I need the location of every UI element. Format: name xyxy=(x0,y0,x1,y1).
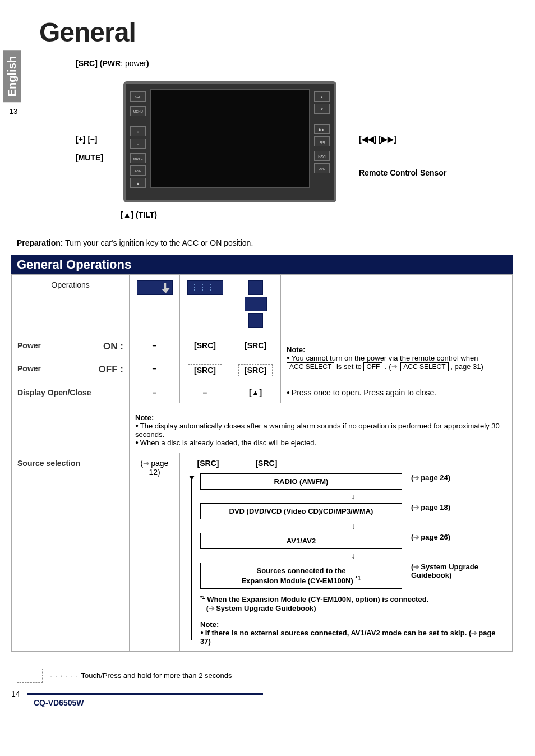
tilt-label: [▲] (TILT) xyxy=(121,210,157,219)
display-note-1: The display automatically closes after a… xyxy=(135,422,506,439)
flow-arrow-icon: ↓ xyxy=(200,492,506,501)
source-c3: [SRC] xyxy=(244,459,289,468)
page-title: General xyxy=(39,17,513,48)
model-number: CQ-VD6505W xyxy=(34,698,84,707)
row-display-note: Note: The display automatically closes a… xyxy=(12,403,513,453)
device-btn-src: SRC xyxy=(130,91,146,102)
flow-dvd: DVD (DVD/VCD (Video CD)/CD/MP3/WMA) xyxy=(200,503,402,519)
flow-radio-ref: (page 24) xyxy=(411,473,506,482)
device-btn-tilt: ▲ xyxy=(130,178,146,188)
footer-rule xyxy=(27,693,263,695)
power-on-c1: – xyxy=(130,335,180,358)
row-source: Source selection (page 12) [SRC] [SRC] R… xyxy=(12,453,513,652)
power-on-sub: ON : xyxy=(103,341,123,352)
flow-footnote: *1 When the Expansion Module (CY-EM100N,… xyxy=(200,594,506,612)
display-c1: – xyxy=(130,382,180,403)
flow-av: AV1/AV2 xyxy=(200,533,402,549)
device-btn-prev: ◀◀ xyxy=(314,136,330,146)
power-off-sub: OFF : xyxy=(99,364,123,375)
power-note-bullet: You cannot turn on the power via the rem… xyxy=(287,354,506,371)
device-screen xyxy=(150,89,310,188)
col-touch-icon xyxy=(130,275,180,335)
flow-expansion-ref: (System UpgradeGuidebook) xyxy=(411,563,506,579)
row-display: Display Open/Close – – [▲] Press once to… xyxy=(12,382,513,403)
flow-skip-note: Note: If there is no external sources co… xyxy=(200,620,506,646)
device-btn-asp: ASP xyxy=(130,165,146,176)
section-header: General Operations xyxy=(11,255,513,274)
flow-av-ref: (page 26) xyxy=(411,533,506,541)
flow-expansion: Sources connected to the Expansion Modul… xyxy=(200,563,402,589)
remote-icon xyxy=(187,280,223,295)
device-illustration: SRC MENU + – MUTE ASP ▲ ▲ ▼ ▶▶ ◀◀ NAVI D… xyxy=(123,81,336,202)
device-btn-album-up: ▲ xyxy=(314,91,330,102)
prev-next-label: [◀◀] [▶▶] xyxy=(359,135,396,144)
side-page-ref: 13 xyxy=(7,107,20,116)
power-off-c2: [SRC] xyxy=(180,358,230,382)
key-acc-select-1: ACC SELECT xyxy=(287,362,334,371)
power-note-label: Note: xyxy=(287,345,305,354)
device-btn-vol-dn: – xyxy=(130,139,146,149)
power-off-c1: – xyxy=(130,358,180,382)
mute-label: [MUTE] xyxy=(76,153,103,162)
arrow-icon xyxy=(391,362,399,371)
language-tab: English 13 xyxy=(3,50,24,107)
flow-dvd-ref: (page 18) xyxy=(411,503,506,511)
preparation-text: Turn your car's ignition key to the ACC … xyxy=(63,238,253,247)
legend-text: Touch/Press and hold for more than 2 sec… xyxy=(81,671,232,680)
page-footer: 14 CQ-VD6505W xyxy=(11,689,513,707)
flow-radio: RADIO (AM/FM) xyxy=(200,473,402,490)
vol-buttons-label: [+] [–] xyxy=(76,135,98,144)
hold-legend: Touch/Press and hold for more than 2 sec… xyxy=(17,669,513,683)
device-btn-dvd: DVD xyxy=(314,163,330,173)
dashed-box-icon xyxy=(17,669,43,683)
flow-arrow-icon: ↓ xyxy=(200,551,506,560)
device-btn-vol-up: + xyxy=(130,126,146,136)
power-on-c2: [SRC] xyxy=(180,335,230,358)
device-btn-menu: MENU xyxy=(130,106,146,116)
col-operations: Operations xyxy=(12,275,130,335)
device-btn-mute: MUTE xyxy=(130,153,146,163)
row-power-on: Power ON : – [SRC] [SRC] Note: You canno… xyxy=(12,335,513,358)
preparation-label: Preparation: xyxy=(17,238,63,247)
source-flow: RADIO (AM/FM) (page 24) ↓ DVD (DVD/VCD (… xyxy=(186,473,506,646)
src-pwr-label: [SRC] (PWR: power) xyxy=(76,59,149,68)
remote-sensor-label: Remote Control Sensor xyxy=(359,168,446,177)
operations-table: Operations Power ON : – [SRC] [SRC] Note… xyxy=(11,274,513,652)
flow-arrow-icon: ↓ xyxy=(200,522,506,531)
device-btn-navi: NAVI xyxy=(314,151,330,161)
power-off-label: Power xyxy=(17,364,41,373)
col-desc xyxy=(281,275,513,335)
power-on-c3: [SRC] xyxy=(230,335,281,358)
display-note-label: Note: xyxy=(135,413,154,422)
device-diagram: [SRC] (PWR: power) [+] [–] [MUTE] [◀◀] [… xyxy=(45,59,513,227)
flow-loop-line xyxy=(191,477,192,640)
source-label: Source selection xyxy=(12,453,130,652)
col-unit-icon xyxy=(230,275,281,335)
source-c1: (page 12) xyxy=(130,453,180,652)
power-on-label: Power xyxy=(17,341,41,350)
touch-icon xyxy=(137,280,173,295)
device-btn-album-dn: ▼ xyxy=(314,104,330,114)
page-number: 14 xyxy=(11,689,20,698)
power-note-cell: Note: You cannot turn on the power via t… xyxy=(281,335,513,382)
dots-icon xyxy=(50,671,81,680)
unit-icon xyxy=(236,280,275,329)
device-btn-next: ▶▶ xyxy=(314,124,330,134)
display-desc: Press once to open. Press again to close… xyxy=(281,382,513,403)
language-label: English xyxy=(3,50,21,102)
preparation: Preparation: Turn your car's ignition ke… xyxy=(17,238,513,247)
display-c2: – xyxy=(180,382,230,403)
power-off-c3: [SRC] xyxy=(230,358,281,382)
display-label: Display Open/Close xyxy=(12,382,130,403)
col-remote-icon xyxy=(180,275,230,335)
display-c3: [▲] xyxy=(230,382,281,403)
key-off: OFF xyxy=(363,362,382,371)
source-c2: [SRC] xyxy=(186,459,230,468)
key-acc-select-2: ACC SELECT xyxy=(400,362,448,371)
display-note-2: When a disc is already loaded, the disc … xyxy=(135,439,506,447)
